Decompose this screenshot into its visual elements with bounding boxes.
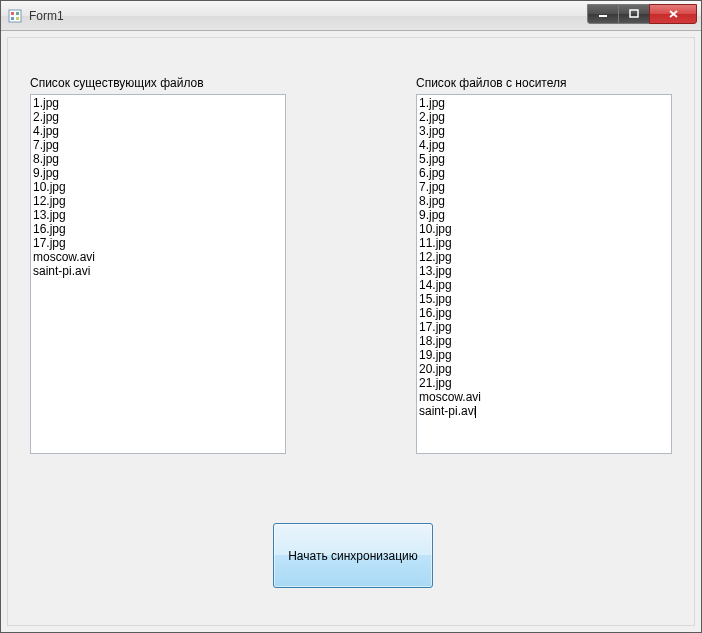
existing-files-label: Список существующих файлов xyxy=(30,76,204,90)
list-item[interactable]: 8.jpg xyxy=(419,194,669,208)
list-item[interactable]: 14.jpg xyxy=(419,278,669,292)
list-item[interactable]: 13.jpg xyxy=(419,264,669,278)
svg-rect-2 xyxy=(16,12,19,15)
list-item[interactable]: 2.jpg xyxy=(33,110,283,124)
svg-rect-6 xyxy=(630,10,638,17)
list-item[interactable]: moscow.avi xyxy=(419,390,669,404)
list-item[interactable]: saint-pi.avi xyxy=(33,264,283,278)
list-item[interactable]: 9.jpg xyxy=(33,166,283,180)
list-item[interactable]: 16.jpg xyxy=(33,222,283,236)
list-item[interactable]: 9.jpg xyxy=(419,208,669,222)
app-icon xyxy=(7,8,23,24)
list-item[interactable]: 1.jpg xyxy=(419,96,669,110)
close-button[interactable] xyxy=(649,4,697,24)
list-item[interactable]: 19.jpg xyxy=(419,348,669,362)
minimize-button[interactable] xyxy=(587,4,619,24)
list-item[interactable]: 15.jpg xyxy=(419,292,669,306)
list-item[interactable]: 4.jpg xyxy=(33,124,283,138)
window-title: Form1 xyxy=(29,9,588,23)
list-item[interactable]: 7.jpg xyxy=(33,138,283,152)
list-item[interactable]: 6.jpg xyxy=(419,166,669,180)
list-item[interactable]: 1.jpg xyxy=(33,96,283,110)
list-item[interactable]: 21.jpg xyxy=(419,376,669,390)
list-item[interactable]: 12.jpg xyxy=(33,194,283,208)
list-item[interactable]: 18.jpg xyxy=(419,334,669,348)
titlebar[interactable]: Form1 xyxy=(1,1,701,31)
list-item[interactable]: 16.jpg xyxy=(419,306,669,320)
list-item[interactable]: 20.jpg xyxy=(419,362,669,376)
list-item[interactable]: 17.jpg xyxy=(419,320,669,334)
svg-rect-1 xyxy=(11,12,14,15)
list-item[interactable]: 5.jpg xyxy=(419,152,669,166)
app-window: Form1 Список существующих файлов Список … xyxy=(0,0,702,633)
text-caret xyxy=(475,406,476,418)
list-item[interactable]: 13.jpg xyxy=(33,208,283,222)
svg-rect-5 xyxy=(599,15,607,17)
list-item[interactable]: 12.jpg xyxy=(419,250,669,264)
source-files-label: Список файлов с носителя xyxy=(416,76,567,90)
source-files-listbox[interactable]: 1.jpg2.jpg3.jpg4.jpg5.jpg6.jpg7.jpg8.jpg… xyxy=(416,94,672,454)
list-item[interactable]: 4.jpg xyxy=(419,138,669,152)
list-item[interactable]: 10.jpg xyxy=(33,180,283,194)
list-item[interactable]: moscow.avi xyxy=(33,250,283,264)
main-panel: Список существующих файлов Список файлов… xyxy=(7,37,695,626)
list-item[interactable]: 17.jpg xyxy=(33,236,283,250)
svg-rect-4 xyxy=(16,17,19,20)
existing-files-listbox[interactable]: 1.jpg2.jpg4.jpg7.jpg8.jpg9.jpg10.jpg12.j… xyxy=(30,94,286,454)
list-item[interactable]: 11.jpg xyxy=(419,236,669,250)
list-item[interactable]: 7.jpg xyxy=(419,180,669,194)
list-item[interactable]: 3.jpg xyxy=(419,124,669,138)
list-item[interactable]: 2.jpg xyxy=(419,110,669,124)
svg-rect-0 xyxy=(9,10,21,22)
start-sync-button[interactable]: Начать синхронизацию xyxy=(273,523,433,588)
window-controls xyxy=(588,4,697,24)
svg-rect-3 xyxy=(11,17,14,20)
maximize-button[interactable] xyxy=(618,4,650,24)
list-item[interactable]: saint-pi.avi xyxy=(419,404,476,418)
client-area: Список существующих файлов Список файлов… xyxy=(1,31,701,632)
list-item[interactable]: 10.jpg xyxy=(419,222,669,236)
list-item[interactable]: 8.jpg xyxy=(33,152,283,166)
